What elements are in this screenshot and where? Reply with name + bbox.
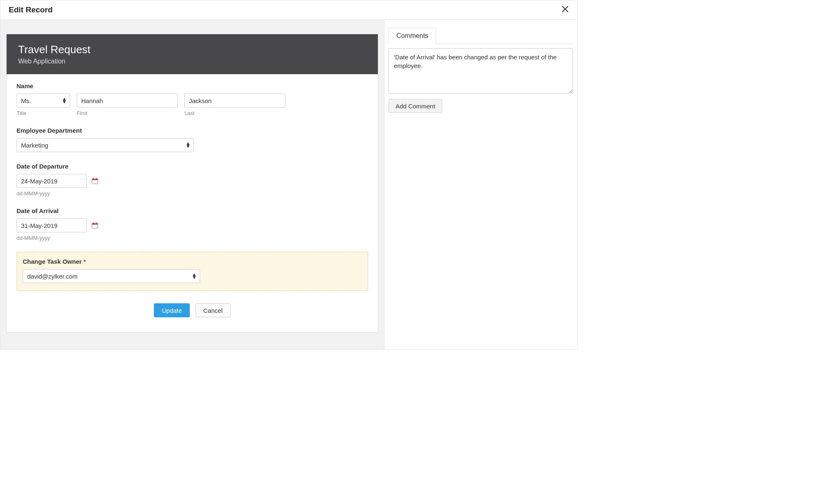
svg-rect-4 — [93, 178, 94, 179]
modal-body: Travel Request Web Application Name ▲▼ — [0, 20, 577, 349]
title-col: ▲▼ Title — [16, 94, 70, 116]
arrival-label: Date of Arrival — [16, 207, 368, 214]
comment-textarea[interactable] — [389, 48, 573, 94]
departure-field-group: Date of Departure dd-MMM-yyyy — [16, 163, 368, 197]
form-card-header: Travel Request Web Application — [7, 34, 378, 74]
change-owner-section: Change Task Owner * ▲▼ — [16, 252, 368, 291]
arrival-row — [16, 218, 368, 232]
first-helper: First — [77, 110, 178, 116]
departure-format: dd-MMM-yyyy — [16, 190, 368, 197]
edit-record-modal: Edit Record Travel Request Web Applicati… — [0, 0, 578, 350]
title-helper: Title — [16, 110, 70, 116]
svg-rect-5 — [96, 178, 97, 179]
add-comment-button[interactable]: Add Comment — [389, 99, 442, 113]
svg-rect-8 — [93, 223, 94, 224]
change-owner-label-text: Change Task Owner — [23, 258, 82, 265]
change-owner-label: Change Task Owner * — [23, 258, 362, 265]
departure-date-input[interactable] — [16, 174, 87, 188]
department-select-wrap: ▲▼ — [16, 138, 194, 152]
arrival-format: dd-MMM-yyyy — [16, 235, 368, 241]
name-field-group: Name ▲▼ Title First — [16, 82, 368, 116]
form-body: Name ▲▼ Title First — [7, 74, 378, 332]
required-star-icon: * — [83, 258, 86, 265]
close-button[interactable] — [561, 5, 569, 14]
comments-pane: Comments Add Comment — [384, 20, 577, 349]
departure-row — [16, 174, 368, 188]
form-card: Travel Request Web Application Name ▲▼ — [6, 34, 378, 333]
calendar-icon[interactable] — [92, 178, 98, 184]
department-select[interactable] — [16, 138, 194, 152]
last-helper: Last — [184, 110, 285, 116]
close-icon — [561, 5, 569, 15]
form-pane: Travel Request Web Application Name ▲▼ — [0, 20, 384, 349]
tab-comments[interactable]: Comments — [389, 28, 436, 44]
owner-select[interactable] — [23, 269, 200, 283]
departure-label: Date of Departure — [16, 163, 368, 170]
tabs: Comments — [389, 27, 573, 44]
owner-select-wrap: ▲▼ — [23, 269, 200, 283]
title-select[interactable] — [16, 94, 70, 108]
calendar-icon[interactable] — [92, 222, 98, 229]
cancel-button[interactable]: Cancel — [196, 303, 231, 317]
form-title: Travel Request — [18, 43, 366, 56]
svg-rect-9 — [96, 223, 97, 224]
first-name-input[interactable] — [77, 94, 178, 108]
update-button[interactable]: Update — [154, 303, 189, 317]
form-actions: Update Cancel — [16, 303, 368, 317]
last-name-input[interactable] — [184, 94, 285, 108]
title-select-wrap: ▲▼ — [16, 94, 70, 108]
modal-title: Edit Record — [9, 5, 53, 14]
name-label: Name — [16, 82, 368, 89]
arrival-date-input[interactable] — [16, 218, 87, 232]
name-row: ▲▼ Title First Last — [16, 94, 368, 116]
first-col: First — [77, 94, 178, 116]
modal-header: Edit Record — [0, 0, 577, 20]
arrival-field-group: Date of Arrival dd-MMM-yyyy — [16, 207, 368, 241]
department-field-group: Employee Department ▲▼ — [16, 127, 368, 152]
form-subtitle: Web Application — [18, 58, 366, 65]
last-col: Last — [184, 94, 285, 116]
department-label: Employee Department — [16, 127, 368, 134]
